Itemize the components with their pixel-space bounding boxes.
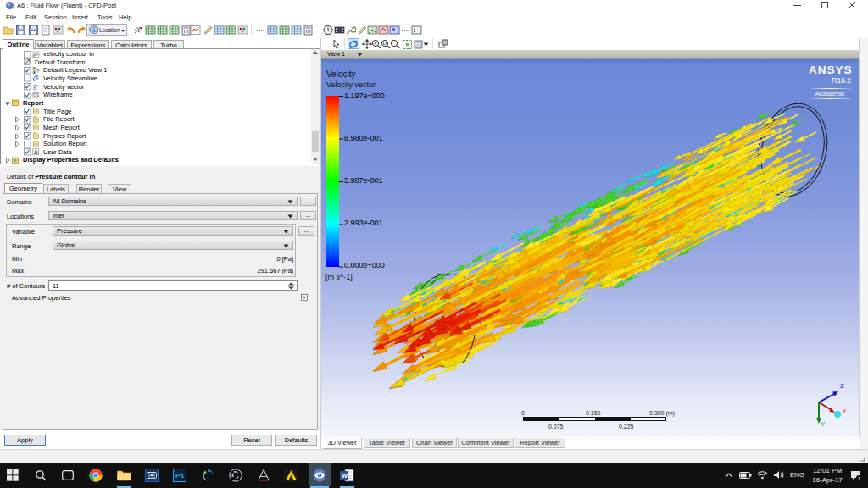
svg-text:X: X	[842, 408, 847, 415]
svg-text:Z: Z	[840, 382, 844, 390]
svg-text:A: A	[34, 149, 38, 155]
svg-text:W: W	[342, 472, 348, 480]
svg-text:Y: Y	[821, 420, 826, 427]
svg-text:?: ?	[36, 69, 40, 74]
